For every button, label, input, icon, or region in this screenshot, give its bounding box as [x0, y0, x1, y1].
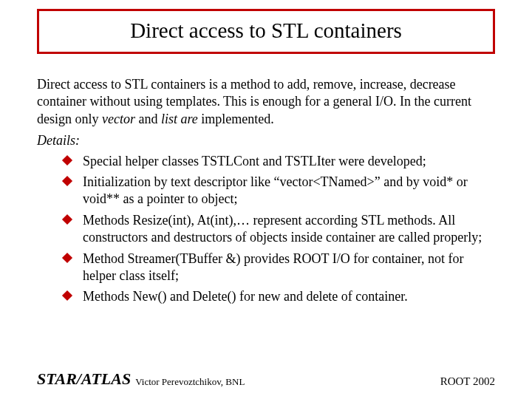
- bullet-text: Initialization by text descriptor like “…: [83, 174, 468, 206]
- brand-label: STAR/ATLAS: [37, 369, 131, 389]
- diamond-bullet-icon: [62, 252, 72, 262]
- bullet-text: Methods New() and Delete() for new and d…: [83, 289, 408, 304]
- bullet-text: Special helper classes TSTLCont and TSTL…: [83, 154, 426, 168]
- bullet-list: Special helper classes TSTLCont and TSTL…: [37, 153, 495, 306]
- diamond-bullet-icon: [62, 154, 72, 165]
- bullet-text: Method Streamer(TBuffer &) provides ROOT…: [83, 251, 463, 283]
- list-item: Methods Resize(int), At(int),… represent…: [64, 212, 495, 247]
- author-label: Victor Perevoztchikov, BNL: [135, 376, 245, 388]
- diamond-bullet-icon: [62, 290, 72, 301]
- diamond-bullet-icon: [62, 214, 72, 225]
- intro-paragraph: Direct access to STL containers is a met…: [37, 76, 495, 128]
- footer: STAR/ATLAS Victor Perevoztchikov, BNL RO…: [37, 369, 495, 389]
- diamond-bullet-icon: [62, 176, 72, 186]
- page-title: Direct access to STL containers: [39, 18, 493, 43]
- list-item: Special helper classes TSTLCont and TSTL…: [64, 153, 495, 170]
- intro-text-2: and: [135, 112, 161, 126]
- list-item: Methods New() and Delete() for new and d…: [64, 288, 495, 305]
- intro-em-list: list are: [161, 112, 198, 126]
- footer-left: STAR/ATLAS Victor Perevoztchikov, BNL: [37, 369, 245, 389]
- details-label: Details:: [37, 132, 495, 149]
- intro-em-vector: vector: [102, 112, 135, 126]
- conference-label: ROOT 2002: [440, 375, 495, 388]
- list-item: Method Streamer(TBuffer &) provides ROOT…: [64, 250, 495, 285]
- title-box: Direct access to STL containers: [37, 9, 495, 54]
- intro-text-3: implemented.: [198, 112, 274, 126]
- bullet-text: Methods Resize(int), At(int),… represent…: [83, 213, 482, 245]
- content-area: Direct access to STL containers is a met…: [37, 76, 495, 306]
- list-item: Initialization by text descriptor like “…: [64, 174, 495, 208]
